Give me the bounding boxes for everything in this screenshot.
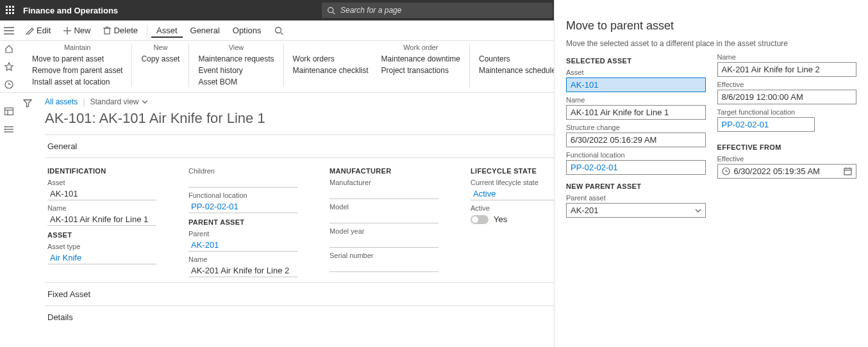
sp-label-structure-change: Structure change: [566, 124, 706, 131]
sp-field-structure-change[interactable]: 6/30/2022 05:16:29 AM: [566, 133, 706, 147]
tab-options[interactable]: Options: [228, 23, 267, 38]
ribbon-item-move-to-parent[interactable]: Move to parent asset: [32, 54, 122, 64]
svg-rect-7: [9, 12, 11, 14]
ribbon-item-maintenance-requests[interactable]: Maintenance requests: [198, 54, 274, 64]
waffle-icon[interactable]: [0, 6, 21, 15]
ribbon-group-view2: Work order Work orders Maintenance check…: [284, 44, 372, 87]
edit-label: Edit: [37, 26, 51, 35]
section-identification: IDENTIFICATION: [47, 167, 176, 175]
filter-column: [18, 92, 37, 347]
ribbon-group-view: View Maintenance requests Event history …: [189, 44, 283, 87]
sp-label-asset: Asset: [566, 69, 706, 76]
ribbon-item-event-history[interactable]: Event history: [198, 65, 274, 76]
sp-field-right-effective[interactable]: 8/6/2019 12:00:00 AM: [717, 90, 857, 104]
svg-line-30: [281, 33, 283, 35]
ribbon-item-maintenance-downtime[interactable]: Maintenance downtime: [381, 54, 460, 64]
layout-icon[interactable]: [4, 106, 14, 117]
sp-field-right-name[interactable]: AK-201 Air Knife for Line 2: [717, 62, 857, 77]
new-label: New: [74, 26, 90, 35]
sp-field-effective-from[interactable]: 6/30/2022 05:19:35 AM: [717, 164, 857, 179]
list-icon[interactable]: [4, 124, 14, 134]
ribbon-item-maintenance-schedule[interactable]: Maintenance schedule: [479, 65, 556, 76]
filter-icon[interactable]: [23, 99, 32, 108]
field-asset[interactable]: AK-101: [47, 188, 156, 200]
svg-rect-26: [104, 28, 110, 34]
label-manufacturer: Manufacturer: [330, 179, 458, 186]
sp-effective-value: 6/30/2022 05:19:35 AM: [734, 166, 820, 176]
toggle-active[interactable]: [471, 215, 488, 224]
calendar-icon[interactable]: [844, 167, 852, 175]
sp-select-parent-value: AK-201: [571, 206, 598, 215]
field-name[interactable]: AK-101 Air Knife for Line 1: [47, 213, 156, 226]
svg-point-21: [4, 126, 5, 127]
sp-field-name[interactable]: AK-101 Air Knife for Line 1: [566, 105, 706, 120]
plus-icon: [63, 27, 71, 35]
ribbon-item-counters[interactable]: Counters: [479, 54, 556, 64]
clock-icon[interactable]: [4, 79, 14, 90]
label-asset: Asset: [47, 179, 176, 186]
ribbon-item-install-at-location[interactable]: Install asset at location: [32, 77, 122, 87]
pencil-icon: [26, 26, 34, 35]
sp-label-right-name: Name: [717, 53, 857, 61]
ribbon-item-work-orders[interactable]: Work orders: [293, 54, 369, 64]
chevron-down-icon: [695, 209, 701, 213]
home-icon[interactable]: [4, 44, 14, 54]
label-functional-location: Functional location: [188, 191, 317, 199]
field-functional-location[interactable]: PP-02-02-01: [188, 200, 297, 213]
delete-button[interactable]: Delete: [98, 23, 143, 38]
sp-field-functional-location[interactable]: PP-02-02-01: [566, 160, 706, 175]
section-asset: ASSET: [47, 231, 176, 239]
sp-field-target-funcloc[interactable]: PP-02-02-01: [717, 117, 815, 132]
svg-rect-3: [6, 9, 8, 11]
new-button[interactable]: New: [58, 23, 96, 38]
tab-asset[interactable]: Asset: [151, 23, 183, 38]
sp-section-selected-asset: SELECTED ASSET: [566, 57, 706, 65]
sidepanel-title: Move to parent asset: [566, 19, 856, 33]
edit-button[interactable]: Edit: [21, 23, 56, 38]
field-parent[interactable]: AK-201: [188, 239, 297, 252]
field-parent-name[interactable]: AK-201 Air Knife for Line 2: [188, 264, 297, 277]
ribbon-item-remove-from-parent[interactable]: Remove from parent asset: [32, 65, 122, 76]
ribbon-item-project-transactions[interactable]: Project transactions: [381, 65, 460, 76]
left-navigation-rail: [0, 20, 18, 347]
trash-icon: [103, 26, 111, 35]
field-children[interactable]: [188, 176, 297, 188]
hamburger-icon[interactable]: [4, 26, 14, 36]
svg-point-23: [4, 131, 5, 132]
sp-label-effective-from: Effective: [717, 155, 857, 163]
view-label: Standard view: [90, 97, 138, 106]
field-serial-number[interactable]: [330, 261, 438, 272]
ribbon-item-asset-bom[interactable]: Asset BOM: [198, 77, 274, 87]
field-model-year[interactable]: [330, 236, 438, 248]
sp-select-parent-asset[interactable]: AK-201: [566, 203, 706, 218]
label-parent-name: Name: [188, 255, 317, 263]
group-title-workorder2: Work order: [381, 44, 460, 54]
sidepanel-description: Move the selected asset to a different p…: [566, 39, 856, 48]
svg-rect-32: [844, 168, 851, 175]
label-name: Name: [47, 204, 176, 212]
search-input[interactable]: [339, 5, 547, 15]
svg-point-9: [328, 7, 333, 12]
ribbon-group-new: New Copy asset: [132, 44, 189, 87]
global-search[interactable]: [322, 3, 553, 18]
ribbon-item-maintenance-checklist[interactable]: Maintenance checklist: [293, 65, 369, 76]
field-asset-type[interactable]: Air Knife: [47, 252, 156, 264]
ribbon-group-preventive-left: x Counters Maintenance schedule: [470, 44, 565, 87]
sp-field-asset[interactable]: AK-101: [566, 77, 706, 92]
tab-general[interactable]: General: [185, 23, 225, 38]
svg-rect-2: [12, 6, 14, 8]
search-action-button[interactable]: [269, 24, 288, 38]
star-icon[interactable]: [4, 61, 14, 72]
svg-rect-6: [6, 12, 8, 14]
field-model[interactable]: [330, 212, 438, 223]
svg-rect-4: [9, 9, 11, 11]
section-manufacturer: MANUFACTURER: [330, 167, 458, 175]
view-selector[interactable]: Standard view: [90, 97, 147, 106]
app-title: Finance and Operations: [21, 6, 118, 15]
ribbon-item-copy-asset[interactable]: Copy asset: [141, 54, 179, 64]
svg-rect-0: [6, 6, 8, 8]
breadcrumb-link-all-assets[interactable]: All assets: [45, 97, 78, 106]
label-model: Model: [330, 203, 458, 211]
field-manufacturer[interactable]: [330, 188, 438, 199]
sp-label-parent-asset: Parent asset: [566, 194, 706, 202]
